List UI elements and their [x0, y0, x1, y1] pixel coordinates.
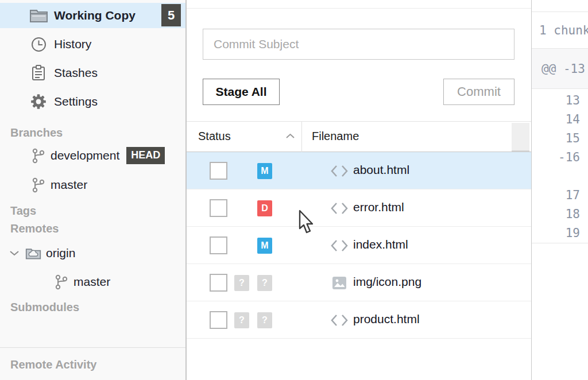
code-file-icon [330, 201, 349, 216]
commit-button[interactable]: Commit [443, 79, 514, 105]
sort-ascending-icon[interactable] [285, 133, 295, 139]
sidebar-item-working-copy[interactable]: Working Copy 5 [0, 3, 185, 28]
remotes-section-header[interactable]: Remotes [10, 222, 59, 235]
chevron-down-icon[interactable] [9, 250, 20, 257]
image-file-icon [330, 276, 349, 290]
stage-checkbox[interactable] [210, 236, 227, 254]
file-row-product[interactable]: ? ? product.html [187, 301, 531, 339]
diff-line-number: 13 [532, 91, 588, 110]
sidebar-item-label: Settings [54, 95, 98, 108]
branch-icon [53, 274, 69, 290]
file-row-img-icon[interactable]: ? ? img/icon.png [187, 264, 531, 301]
tags-section-header[interactable]: Tags [10, 204, 36, 218]
sidebar-item-label: History [54, 37, 91, 51]
code-file-icon [330, 164, 349, 179]
branch-label: master [51, 178, 87, 192]
diff-hunk-header: @@ -13 [532, 49, 588, 89]
diff-line-number-gutter: 13 14 15 -16 17 18 19 [532, 89, 588, 243]
remote-item-origin[interactable]: origin [0, 242, 185, 265]
status-badge-untracked: ? [234, 275, 249, 291]
stage-checkbox[interactable] [210, 274, 227, 292]
sidebar: Working Copy 5 History [0, 0, 187, 380]
filename-label: img/icon.png [353, 275, 421, 289]
branch-label: development [51, 149, 119, 162]
status-badge-untracked: ? [234, 312, 249, 328]
head-badge: HEAD [126, 147, 165, 164]
branch-item-master[interactable]: master [0, 173, 185, 196]
file-row-index[interactable]: M index.html [187, 227, 531, 264]
sidebar-item-label: Working Copy [54, 9, 136, 22]
code-file-icon [330, 313, 349, 328]
sidebar-item-label: Stashes [54, 66, 98, 80]
diff-line-number [532, 167, 588, 186]
commit-subject-input[interactable] [203, 29, 514, 60]
status-badge-deleted: D [257, 200, 272, 216]
status-badge-modified: M [257, 238, 272, 254]
column-divider[interactable] [301, 122, 302, 152]
branch-icon [30, 148, 46, 164]
file-row-error[interactable]: D error.html [187, 189, 531, 227]
column-header-filename[interactable]: Filename [312, 130, 359, 143]
sidebar-item-history[interactable]: History [0, 32, 185, 57]
diff-line-number: 19 [532, 224, 588, 243]
branches-section-header[interactable]: Branches [10, 126, 63, 139]
submodules-section-header[interactable]: Submodules [10, 301, 79, 314]
remote-activity-section-header[interactable]: Remote Activity [10, 358, 96, 371]
branch-icon [30, 177, 46, 193]
stage-checkbox[interactable] [210, 199, 227, 217]
status-badge-modified: M [257, 163, 272, 179]
sidebar-item-settings[interactable]: Settings [0, 89, 185, 114]
gear-icon [29, 94, 48, 110]
diff-line-number: 18 [532, 205, 588, 224]
folder-icon [29, 8, 48, 24]
working-copy-count-badge: 5 [161, 4, 181, 26]
clipboard-icon [29, 65, 48, 81]
stage-checkbox[interactable] [210, 162, 227, 180]
filename-label: error.html [353, 200, 404, 214]
file-row-about[interactable]: M about.html [187, 152, 531, 189]
filename-label: index.html [353, 238, 408, 251]
status-badge-untracked: ? [257, 275, 272, 291]
remote-branch-item-master[interactable]: master [0, 270, 185, 293]
remote-folder-icon [25, 246, 41, 261]
branch-item-development[interactable]: development HEAD [0, 144, 185, 167]
commit-pane: Stage All Commit Status Filename M abo [187, 0, 531, 380]
column-header-status[interactable]: Status [198, 130, 231, 143]
sidebar-divider [0, 347, 185, 348]
git-client-window: Working Copy 5 History [0, 0, 588, 380]
diff-line-number-removed: -16 [532, 148, 588, 167]
filename-label: about.html [353, 163, 409, 177]
file-table-header: Status Filename [187, 121, 531, 152]
diff-line-number: 14 [532, 110, 588, 129]
stage-all-button[interactable]: Stage All [203, 79, 280, 105]
sidebar-item-stashes[interactable]: Stashes [0, 60, 185, 86]
remote-branch-label: master [74, 275, 110, 289]
status-badge-untracked: ? [257, 312, 272, 328]
code-file-icon [330, 238, 349, 253]
diff-line-number: 17 [532, 186, 588, 205]
diff-line-number: 15 [532, 129, 588, 148]
remote-label: origin [46, 246, 75, 260]
filename-label: product.html [353, 312, 420, 326]
diff-pane: 1 chunk @@ -13 13 14 15 -16 17 18 19 [531, 0, 588, 380]
pane-divider [187, 8, 531, 9]
diff-toolbar-strip [532, 0, 588, 12]
scrollbar-corner [512, 123, 529, 152]
clock-icon [29, 37, 48, 52]
diff-chunk-summary: 1 chunk [532, 12, 588, 49]
stage-checkbox[interactable] [210, 311, 227, 329]
